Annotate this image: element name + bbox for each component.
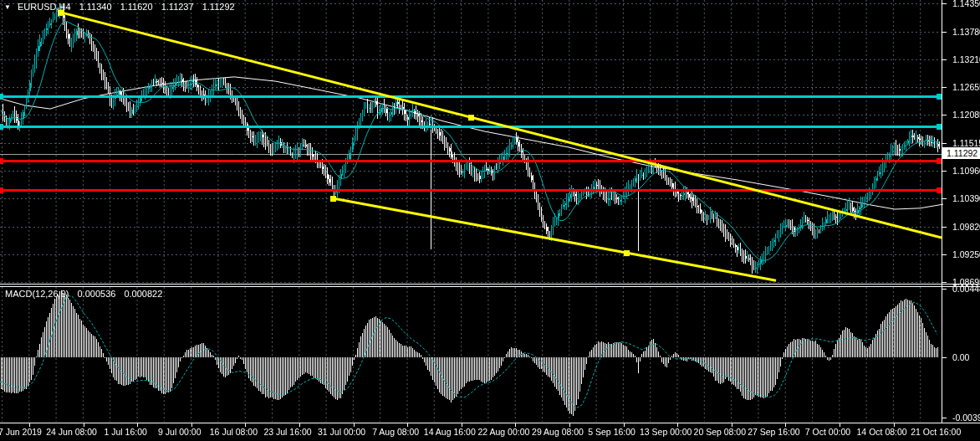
price-tick-label: 1.09820 bbox=[952, 222, 980, 232]
trading-chart-window: { "header": {"symbol": "EURUSD,H4", "ope… bbox=[0, 0, 980, 441]
symbol-dropdown-icon[interactable]: ▼ bbox=[4, 3, 11, 11]
macd-panel[interactable] bbox=[0, 287, 942, 423]
macd-name: MACD(12,26,9) bbox=[5, 289, 69, 299]
current-price-badge: 1.11292 bbox=[942, 147, 980, 159]
date-tick-label: 27 Sep 16:00 bbox=[748, 427, 799, 437]
date-tick-label: 16 Jul 08:00 bbox=[210, 427, 258, 437]
date-tick-label: 5 Sep 16:00 bbox=[588, 427, 635, 437]
price-panel[interactable] bbox=[0, 0, 942, 284]
price-tick-label: 1.09250 bbox=[952, 249, 980, 259]
macd-indicator-label: MACD(12,26,9) 0.000536 0.000822 bbox=[5, 289, 162, 299]
date-tick-label: 7 Oct 00:00 bbox=[805, 427, 850, 437]
date-tick-label: 31 Jul 00:00 bbox=[318, 427, 365, 437]
date-tick-label: 22 Aug 00:00 bbox=[477, 427, 529, 437]
date-tick-label: 20 Sep 08:00 bbox=[694, 427, 746, 437]
date-tick-label: 1 Jul 16:00 bbox=[105, 427, 147, 437]
low-value: 1.11237 bbox=[161, 2, 194, 12]
high-value: 1.11620 bbox=[120, 2, 153, 12]
macd-tick-label: 0.004481 bbox=[952, 284, 980, 294]
close-value: 1.11292 bbox=[202, 2, 235, 12]
price-tick-label: 1.12085 bbox=[952, 110, 980, 120]
price-tick-label: 1.13210 bbox=[952, 54, 980, 64]
date-tick-label: 9 Jul 00:00 bbox=[158, 427, 201, 437]
date-tick-label: 7 Aug 08:00 bbox=[372, 427, 419, 437]
price-tick-label: 1.10960 bbox=[952, 166, 980, 176]
macd-signal-value: 0.000822 bbox=[124, 289, 162, 299]
price-tick-label: 1.13780 bbox=[952, 27, 980, 37]
chart-title: ▼ EURUSD,H4 1.11340 1.11620 1.11237 1.11… bbox=[4, 2, 235, 12]
open-value: 1.11340 bbox=[79, 2, 112, 12]
date-tick-label: 17 Jun 2019 bbox=[0, 427, 42, 437]
price-tick-label: 1.12655 bbox=[952, 82, 980, 92]
date-tick-label: 29 Aug 08:00 bbox=[532, 427, 584, 437]
price-tick-label: 1.10390 bbox=[952, 193, 980, 203]
date-tick-label: 14 Aug 16:00 bbox=[424, 427, 476, 437]
date-tick-label: 21 Oct 16:00 bbox=[911, 427, 961, 437]
date-tick-label: 14 Oct 08:00 bbox=[857, 427, 907, 437]
symbol-period-label: EURUSD,H4 bbox=[18, 2, 71, 12]
macd-tick-label: 0.00 bbox=[952, 352, 969, 362]
macd-tick-label: -0.003925 bbox=[952, 413, 980, 423]
price-tick-label: 1.14350 bbox=[952, 0, 980, 8]
macd-main-value: 0.000536 bbox=[77, 289, 115, 299]
date-tick-label: 13 Sep 00:00 bbox=[640, 427, 692, 437]
date-tick-label: 24 Jun 08:00 bbox=[46, 427, 97, 437]
date-tick-label: 23 Jul 16:00 bbox=[263, 427, 311, 437]
